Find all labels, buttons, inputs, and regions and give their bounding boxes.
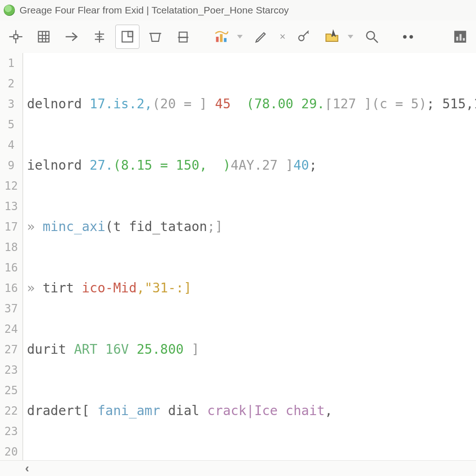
line-number: 23	[0, 421, 22, 442]
chevron-left-icon[interactable]: ‹	[25, 461, 29, 476]
line-number: 3	[0, 94, 22, 114]
window-title: Greage Four Flear from Exid | Tcelatatio…	[20, 5, 289, 16]
line-number: 13	[0, 196, 22, 217]
svg-rect-27	[463, 38, 465, 41]
line-number: 1	[0, 53, 22, 73]
svg-point-21	[299, 35, 304, 40]
code-line[interactable]: » tirt ico-Mid,"31-:]	[23, 278, 476, 298]
svg-rect-16	[128, 32, 132, 37]
close-icon[interactable]: ×	[277, 31, 288, 43]
line-number: 37	[0, 298, 22, 319]
scope-icon[interactable]	[4, 25, 28, 49]
line-number: 20	[0, 442, 22, 462]
line-number: 2	[0, 73, 22, 94]
line-number: 23	[0, 360, 22, 380]
line-number: 4	[0, 135, 22, 155]
code-line[interactable]: ielnord 27.(8.15 = 150, )4AY.27 ]40;	[23, 155, 476, 176]
code-line[interactable]: dradert[ fani_amr dial crack|Ice chait,	[23, 401, 476, 421]
line-number: 22	[0, 401, 22, 421]
svg-rect-18	[216, 37, 219, 42]
search-icon[interactable]	[360, 25, 384, 49]
code-line[interactable]: delnord 17.is.2,(20 = ] 45 (78.00 29.⌈12…	[23, 94, 476, 114]
titlebar: Greage Four Flear from Exid | Tcelatatio…	[0, 0, 476, 20]
svg-point-22	[367, 32, 375, 40]
arrow-right-icon[interactable]	[60, 25, 84, 49]
chart-icon[interactable]	[209, 25, 233, 49]
line-number: 18	[0, 237, 22, 258]
grid-icon[interactable]	[32, 25, 56, 49]
folder-dropdown-icon[interactable]	[348, 35, 353, 39]
line-number: 24	[0, 319, 22, 339]
pencil-icon[interactable]	[249, 25, 273, 49]
line-number: 5	[0, 114, 22, 135]
key-icon[interactable]	[292, 25, 316, 49]
line-number: 17	[0, 217, 22, 237]
code-line[interactable]: durit ART 16V 25.800 ]	[23, 339, 476, 360]
svg-rect-20	[224, 38, 227, 42]
bucket-icon[interactable]	[143, 25, 167, 49]
svg-rect-5	[39, 32, 49, 42]
toolbar: × ••	[0, 20, 476, 53]
line-number: 16	[0, 258, 22, 278]
code-line[interactable]: » minc_axi(t fid_tataon;]	[23, 217, 476, 237]
line-number: 16	[0, 278, 22, 298]
line-number: 9	[0, 155, 22, 176]
svg-rect-17	[179, 37, 187, 42]
line-number: 12	[0, 176, 22, 196]
folder-cursor-icon[interactable]	[320, 25, 344, 49]
code-area[interactable]: delnord 17.is.2,(20 = ] 45 (78.00 29.⌈12…	[23, 53, 476, 460]
printer-icon[interactable]	[171, 25, 195, 49]
chart-dark-icon[interactable]	[448, 25, 472, 49]
svg-rect-26	[460, 34, 462, 40]
align-icon[interactable]	[87, 25, 112, 49]
code-editor[interactable]: 1235491213171816163724272325222320 delno…	[0, 53, 476, 460]
bottom-bar: ‹	[0, 460, 476, 476]
app-icon	[4, 5, 15, 16]
more-icon[interactable]: ••	[398, 29, 420, 44]
svg-line-23	[374, 39, 378, 43]
line-number: 25	[0, 380, 22, 401]
svg-rect-19	[220, 34, 223, 42]
svg-rect-0	[14, 35, 18, 39]
line-number: 27	[0, 339, 22, 360]
line-number-gutter: 1235491213171816163724272325222320	[0, 53, 23, 460]
panel-icon[interactable]	[115, 25, 139, 49]
chart-dropdown-icon[interactable]	[237, 35, 243, 39]
svg-rect-25	[456, 37, 458, 41]
